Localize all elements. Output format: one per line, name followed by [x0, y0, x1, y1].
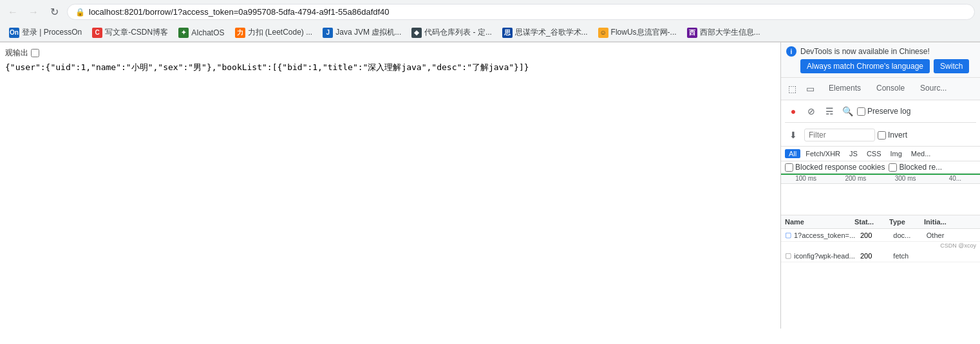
output-label-text: 观输出: [5, 48, 28, 59]
row1-initiator: Other: [927, 231, 976, 239]
bookmark-scholar[interactable]: 思思谋学术_谷歌学术...: [498, 26, 592, 39]
network-table-header: Name Stat... Type Initia...: [781, 215, 980, 229]
bookmark-leetcode[interactable]: 力力扣 (LeetCode) ...: [231, 26, 317, 39]
devtools-top-toolbar: ⬚ ▭ Elements Console Sourc...: [781, 78, 980, 100]
devtools-panel: i DevTools is now available in Chinese! …: [780, 42, 980, 329]
blocked-requests-label: Blocked re...: [889, 163, 942, 172]
favicon-jvm: J: [323, 28, 333, 38]
lang-notification-top: i DevTools is now available in Chinese!: [786, 46, 975, 57]
favicon-leetcode: 力: [235, 28, 245, 38]
favicon-csdn: C: [92, 28, 102, 38]
clear-button[interactable]: ⊘: [803, 103, 820, 120]
record-button[interactable]: ●: [785, 103, 802, 120]
timeline-area: 100 ms200 ms300 ms40...: [781, 174, 980, 215]
device-icon-btn[interactable]: ▭: [802, 80, 818, 97]
bookmark-flowus[interactable]: ☺FlowUs息流官网-...: [594, 26, 681, 39]
bookmark-xbu[interactable]: 西西部大学生信息...: [683, 26, 764, 39]
invert-checkbox[interactable]: [878, 131, 886, 140]
doc-icon-2: ▢: [785, 251, 791, 260]
blocked-cookies-checkbox[interactable]: [785, 163, 793, 172]
network-row-1[interactable]: ▢ 1?access_token=... 200 doc... Other: [781, 229, 980, 242]
devtools-tab-sources[interactable]: Sourc...: [912, 80, 954, 98]
devtools-tab-console[interactable]: Console: [869, 80, 912, 98]
timeline-ruler: 100 ms200 ms300 ms40...: [781, 174, 980, 184]
page-content: 观输出 {"user":{"uid":1,"name":"小明","sex":"…: [0, 42, 780, 329]
browser-chrome: ← → ↻ 🔒 On登录 | ProcessOnC写文章-CSDN博客✦AIch…: [0, 0, 980, 42]
row1-name: 1?access_token=...: [794, 231, 860, 239]
blocked-requests-checkbox[interactable]: [889, 163, 897, 172]
refresh-button[interactable]: ↻: [46, 5, 62, 20]
match-language-button[interactable]: Always match Chrome's language: [800, 59, 930, 73]
blocked-row: Blocked response cookies Blocked re...: [781, 161, 980, 174]
browser-toolbar: ← → ↻ 🔒: [0, 0, 980, 24]
devtools-tab-elements[interactable]: Elements: [821, 80, 869, 98]
bookmark-label-aichat: AIchatOS: [191, 28, 224, 37]
network-row-2[interactable]: ▢ iconfig?wpk-head... 200 fetch: [781, 249, 980, 262]
timeline-tick: 200 ms: [831, 175, 880, 182]
devtools-icons: ⬚ ▭: [781, 78, 821, 100]
filter-icon-btn[interactable]: ☴: [821, 103, 838, 120]
bookmark-label-xbu: 西部大学生信息...: [700, 27, 760, 38]
bookmarks-bar: On登录 | ProcessOnC写文章-CSDN博客✦AIchatOS力力扣 …: [0, 24, 980, 42]
bookmark-label-flowus: FlowUs息流官网-...: [611, 27, 677, 38]
filter-type-js[interactable]: JS: [845, 149, 862, 158]
filter-type-all[interactable]: All: [785, 149, 800, 158]
invert-label: Invert: [878, 131, 907, 140]
favicon-scholar: 思: [502, 28, 513, 38]
inspect-icon-btn[interactable]: ⬚: [784, 80, 800, 97]
lock-icon: 🔒: [75, 8, 85, 17]
filter-type-row: AllFetch/XHRJSCSSImgMed...: [781, 147, 980, 161]
favicon-aichat: ✦: [178, 28, 189, 38]
bookmark-repo[interactable]: ◆代码仓库列表 - 定...: [408, 26, 496, 39]
row1-type: doc...: [893, 231, 926, 239]
download-button[interactable]: ⬇: [785, 127, 802, 143]
bookmark-label-repo: 代码仓库列表 - 定...: [424, 27, 492, 38]
favicon-flowus: ☺: [598, 28, 608, 38]
col-header-type: Type: [889, 218, 924, 226]
filter-type-img[interactable]: Img: [887, 149, 906, 158]
main-area: 观输出 {"user":{"uid":1,"name":"小明","sex":"…: [0, 42, 980, 329]
address-input[interactable]: [89, 7, 966, 17]
lang-notification-btns: Always match Chrome's language Switch: [786, 59, 975, 73]
timeline-bar-area: [781, 184, 980, 215]
bookmark-label-jvm: Java JVM 虚拟机...: [335, 27, 401, 38]
col-header-name: Name: [785, 218, 854, 226]
info-icon: i: [786, 46, 796, 57]
preserve-log-label: Preserve log: [857, 107, 910, 116]
preserve-log-checkbox[interactable]: [857, 107, 865, 116]
filter-type-buttons: AllFetch/XHRJSCSSImgMed...: [785, 149, 934, 158]
bookmark-label-scholar: 思谋学术_谷歌学术...: [515, 27, 588, 38]
search-icon-btn[interactable]: 🔍: [839, 103, 856, 120]
attribution: CSDN @xcoy: [781, 242, 980, 249]
filter-input[interactable]: [804, 129, 875, 141]
favicon-processon: On: [9, 28, 19, 38]
timeline-tick: 100 ms: [781, 175, 831, 182]
switch-button[interactable]: Switch: [934, 59, 969, 73]
bookmark-csdn[interactable]: C写文章-CSDN博客: [88, 26, 172, 39]
filter-type-css[interactable]: CSS: [863, 149, 885, 158]
bookmark-label-leetcode: 力扣 (LeetCode) ...: [248, 27, 313, 38]
bookmark-aichat[interactable]: ✦AIchatOS: [174, 26, 228, 39]
bookmark-processon[interactable]: On登录 | ProcessOn: [5, 26, 86, 39]
lang-notification: i DevTools is now available in Chinese! …: [781, 42, 980, 78]
forward-button[interactable]: →: [26, 5, 41, 20]
col-header-initiator: Initia...: [924, 218, 976, 226]
output-checkbox[interactable]: [31, 49, 39, 57]
timeline-green-line: [781, 174, 980, 175]
network-filter-row: ● ⊘ ☴ 🔍 Preserve log ⬇ Invert: [781, 100, 980, 147]
favicon-repo: ◆: [411, 28, 422, 38]
back-button[interactable]: ←: [5, 5, 21, 20]
filter-type-fetch-xhr[interactable]: Fetch/XHR: [802, 149, 844, 158]
output-text: {"user":{"uid":1,"name":"小明","sex":"男"},…: [5, 61, 775, 74]
address-bar: 🔒: [67, 4, 975, 20]
blocked-cookies-label: Blocked response cookies: [785, 163, 885, 172]
bookmark-label-csdn: 写文章-CSDN博客: [105, 27, 168, 38]
bookmark-label-processon: 登录 | ProcessOn: [22, 27, 82, 38]
row2-status: 200: [860, 252, 893, 260]
row2-name: iconfig?wpk-head...: [794, 252, 860, 260]
network-table: Name Stat... Type Initia... ▢ 1?access_t…: [781, 215, 980, 329]
col-header-status: Stat...: [854, 218, 889, 226]
bookmark-jvm[interactable]: JJava JVM 虚拟机...: [319, 26, 405, 39]
output-label: 观输出: [5, 48, 775, 59]
filter-type-med...[interactable]: Med...: [907, 149, 935, 158]
